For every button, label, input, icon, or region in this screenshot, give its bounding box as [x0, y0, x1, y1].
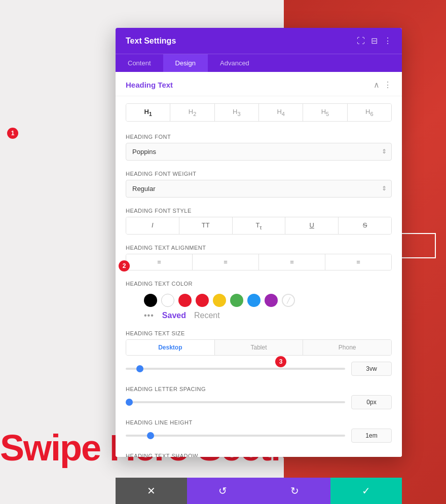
section-heading-row: Heading Text ∧ ⋮: [116, 72, 402, 96]
size-tab-desktop[interactable]: Desktop: [126, 340, 215, 355]
heading-font-weight-group: Heading Font Weight Regular: [116, 166, 402, 203]
text-size-input[interactable]: 3vw: [351, 362, 392, 376]
undo-button[interactable]: ↺: [187, 478, 258, 504]
columns-icon[interactable]: ⊟: [371, 36, 378, 46]
size-tab-phone[interactable]: Phone: [303, 340, 391, 355]
align-right[interactable]: ≡: [259, 254, 325, 270]
badge-1: 1: [7, 128, 18, 139]
color-swatch-green[interactable]: [230, 294, 243, 307]
color-swatch-blue[interactable]: [247, 294, 261, 307]
letter-spacing-slider-row: 0px: [126, 395, 392, 409]
save-icon: ✓: [362, 485, 370, 497]
redo-icon: ↻: [290, 485, 299, 497]
cancel-button[interactable]: ✕: [116, 478, 187, 504]
badge-2: 2: [119, 260, 130, 272]
heading-tab-h2[interactable]: H2: [170, 104, 214, 121]
fullscreen-icon[interactable]: ⛶: [357, 36, 365, 46]
cancel-icon: ✕: [147, 485, 156, 497]
color-swatch-red1[interactable]: [178, 294, 192, 307]
line-height-slider-row: 1em: [126, 429, 392, 443]
heading-font-weight-select[interactable]: Regular: [126, 180, 392, 198]
heading-font-select-wrapper: Poppins: [126, 143, 392, 161]
heading-font-select[interactable]: Poppins: [126, 143, 392, 161]
eyedropper-icon: ╱: [287, 297, 290, 304]
color-more-dots[interactable]: •••: [144, 311, 154, 320]
size-device-tabs: Desktop Tablet Phone: [126, 339, 392, 356]
heading-tab-h6[interactable]: H6: [348, 104, 391, 121]
heading-font-group: Heading Font Poppins: [116, 129, 402, 166]
color-tabs-row: ••• Saved Recent: [126, 309, 392, 320]
letter-spacing-slider[interactable]: [126, 401, 345, 403]
color-swatch-purple[interactable]: [265, 294, 278, 307]
heading-tab-h3[interactable]: H3: [215, 104, 259, 121]
color-tab-recent[interactable]: Recent: [194, 311, 220, 320]
line-height-input[interactable]: 1em: [351, 429, 392, 443]
letter-spacing-input[interactable]: 0px: [351, 395, 392, 409]
save-button[interactable]: ✓: [330, 478, 402, 504]
heading-text-shadow-group: Heading Text Shadow ⊘ A A: [116, 448, 402, 457]
heading-font-style-group: Heading Font Style I TT Tτ U S: [116, 203, 402, 240]
modal-header: Text Settings ⛶ ⊟ ⋮: [116, 28, 402, 54]
collapse-icon[interactable]: ∧: [374, 80, 380, 90]
style-underline[interactable]: U: [285, 217, 339, 235]
text-size-slider[interactable]: [126, 368, 345, 370]
style-italic[interactable]: I: [126, 217, 179, 235]
heading-tab-h4[interactable]: H4: [259, 104, 303, 121]
heading-text-size-label: Heading Text Size: [126, 330, 392, 336]
modal-body: Heading Text ∧ ⋮ H1 H2 H3 H4 H5 H6 Headi…: [116, 72, 402, 457]
heading-text-color-group: Heading Text Color ╱ ••• Saved Recent: [116, 276, 402, 325]
redo-button[interactable]: ↻: [259, 478, 330, 504]
heading-text-color-label: Heading Text Color: [126, 281, 392, 287]
color-tab-saved[interactable]: Saved: [162, 311, 186, 320]
tab-advanced[interactable]: Advanced: [208, 54, 262, 72]
modal-header-icons: ⛶ ⊟ ⋮: [357, 36, 392, 46]
heading-letter-spacing-group: Heading Letter Spacing 0px: [116, 381, 402, 414]
text-settings-modal: Text Settings ⛶ ⊟ ⋮ Content Design Advan…: [116, 28, 402, 457]
color-swatch-yellow[interactable]: [213, 294, 226, 307]
align-buttons: ≡ ≡ ≡ ≡: [126, 254, 392, 270]
section-icons: ∧ ⋮: [374, 80, 392, 90]
style-strikethrough[interactable]: S: [339, 217, 391, 235]
align-justify[interactable]: ≡: [325, 254, 391, 270]
tab-content[interactable]: Content: [116, 54, 163, 72]
section-more-icon[interactable]: ⋮: [384, 80, 392, 90]
size-tab-tablet[interactable]: Tablet: [215, 340, 304, 355]
color-swatch-white[interactable]: [161, 294, 174, 307]
heading-font-label: Heading Font: [126, 134, 392, 140]
modal-title: Text Settings: [126, 36, 176, 46]
badge-3: 3: [275, 356, 286, 367]
heading-tab-h1[interactable]: H1: [126, 104, 170, 121]
style-capitalize[interactable]: Tτ: [233, 217, 286, 235]
heading-font-weight-label: Heading Font Weight: [126, 171, 392, 177]
text-size-slider-row: 3vw: [126, 362, 392, 376]
color-swatches-row: ╱: [126, 290, 392, 309]
tab-design[interactable]: Design: [163, 54, 208, 72]
color-eyedropper[interactable]: ╱: [282, 294, 295, 307]
color-swatch-black[interactable]: [144, 294, 157, 307]
heading-font-style-label: Heading Font Style: [126, 208, 392, 214]
heading-line-height-group: Heading Line Height 1em: [116, 414, 402, 448]
modal-tabs: Content Design Advanced: [116, 54, 402, 72]
style-buttons: I TT Tτ U S: [126, 217, 392, 235]
heading-letter-spacing-label: Heading Letter Spacing: [126, 386, 392, 392]
heading-text-shadow-label: Heading Text Shadow: [126, 453, 392, 457]
section-title: Heading Text: [126, 81, 173, 89]
heading-tab-h5[interactable]: H5: [303, 104, 347, 121]
undo-icon: ↺: [218, 485, 227, 497]
modal-footer: ✕ ↺ ↻ ✓: [116, 478, 402, 504]
heading-text-alignment-label: Heading Text Alignment: [126, 245, 392, 251]
heading-font-weight-select-wrapper: Regular: [126, 180, 392, 198]
more-icon[interactable]: ⋮: [384, 36, 392, 46]
line-height-slider[interactable]: [126, 435, 345, 437]
heading-text-alignment-group: Heading Text Alignment ≡ ≡ ≡ ≡: [116, 240, 402, 276]
align-center[interactable]: ≡: [193, 254, 259, 270]
heading-line-height-label: Heading Line Height: [126, 419, 392, 425]
style-uppercase[interactable]: TT: [179, 217, 233, 235]
heading-text-size-group: Heading Text Size Desktop Tablet Phone 3…: [116, 325, 402, 381]
color-swatch-red2[interactable]: [196, 294, 209, 307]
heading-tabs: H1 H2 H3 H4 H5 H6: [126, 103, 392, 122]
align-left[interactable]: ≡: [126, 254, 193, 270]
